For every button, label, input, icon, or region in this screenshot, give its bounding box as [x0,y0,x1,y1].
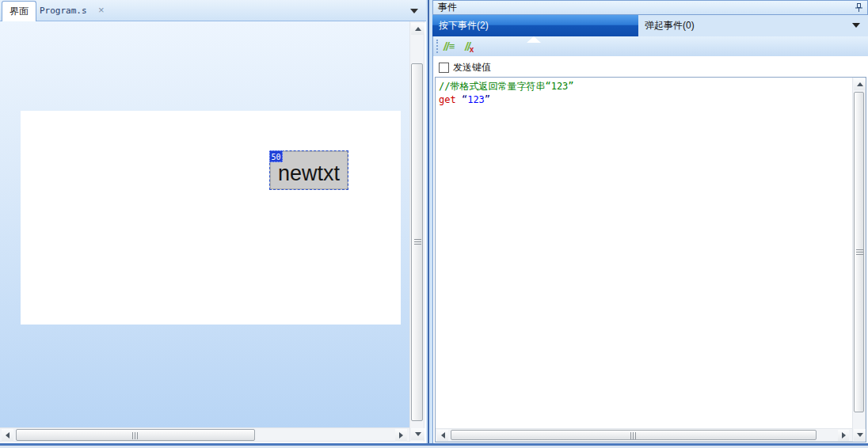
scroll-down-icon[interactable] [411,428,424,440]
code-horizontal-scrollbar[interactable] [436,428,852,442]
events-panel-title: 事件 [438,2,457,13]
scroll-left-icon[interactable] [437,430,448,441]
vertical-scroll-thumb[interactable] [411,63,423,421]
code-keyword: get [439,94,456,105]
horizontal-scroll-thumb[interactable] [451,430,817,440]
tab-interface[interactable]: 界面 [2,1,36,21]
code-comment-line: //带格式返回常量字符串“123” [439,81,574,92]
code-editor[interactable]: //带格式返回常量字符串“123” get “123” [435,77,866,442]
toolbar-grip[interactable] [436,40,438,53]
control-label: newtxt [278,155,340,186]
send-key-checkbox[interactable] [439,63,449,73]
uncomment-lines-icon[interactable]: //x [465,39,474,54]
comment-lines-icon[interactable]: //≡ [444,39,455,54]
designer-vertical-scrollbar[interactable] [409,21,424,442]
design-canvas[interactable]: 50 newtxt [0,21,409,427]
horizontal-scroll-thumb[interactable] [16,429,255,441]
event-tab-dropdown-icon[interactable] [852,23,860,28]
pin-icon[interactable] [852,2,865,13]
scroll-up-icon[interactable] [411,23,424,35]
app-window: 界面 Program.s × 50 newtxt [0,0,868,448]
event-tabbar: 按下事件(2) 弹起事件(0) [432,15,868,36]
code-vertical-scrollbar[interactable] [852,78,866,442]
active-tab-notch [527,36,541,43]
tab-release-event[interactable]: 弹起事件(0) [645,15,695,36]
scroll-left-icon[interactable] [2,429,13,442]
scroll-up-icon[interactable] [854,78,866,90]
selected-text-control[interactable]: 50 newtxt [269,150,348,190]
scroll-down-icon[interactable] [854,429,866,441]
designer-tabbar: 界面 Program.s × [0,0,426,21]
events-panel: 事件 按下事件(2) 弹起事件(0) //≡ //x [432,0,868,448]
tab-program-s[interactable]: Program.s [40,6,87,16]
event-toolbar: //≡ //x [432,36,868,56]
vertical-scroll-thumb[interactable] [854,92,864,412]
close-tab-icon[interactable]: × [98,4,105,16]
tab-overflow-icon[interactable] [410,9,418,13]
scroll-right-icon[interactable] [395,429,407,442]
splitter-line [428,0,429,443]
designer-horizontal-scrollbar[interactable] [0,427,409,442]
send-key-label: 发送键值 [453,61,491,74]
event-content: 发送键值 //带格式返回常量字符串“123” get “123” [432,56,868,443]
events-panel-titlebar: 事件 [432,0,868,15]
send-key-row: 发送键值 [439,61,491,74]
code-text: //带格式返回常量字符串“123” get “123” [439,80,574,107]
scroll-right-icon[interactable] [838,430,849,441]
designer-panel: 界面 Program.s × 50 newtxt [0,0,426,448]
code-string-value: 123 [467,94,485,105]
tab-press-event[interactable]: 按下事件(2) [432,15,638,36]
panel-splitter[interactable] [426,0,432,443]
control-id-badge: 50 [269,150,283,162]
design-surface[interactable]: 50 newtxt [21,111,401,325]
